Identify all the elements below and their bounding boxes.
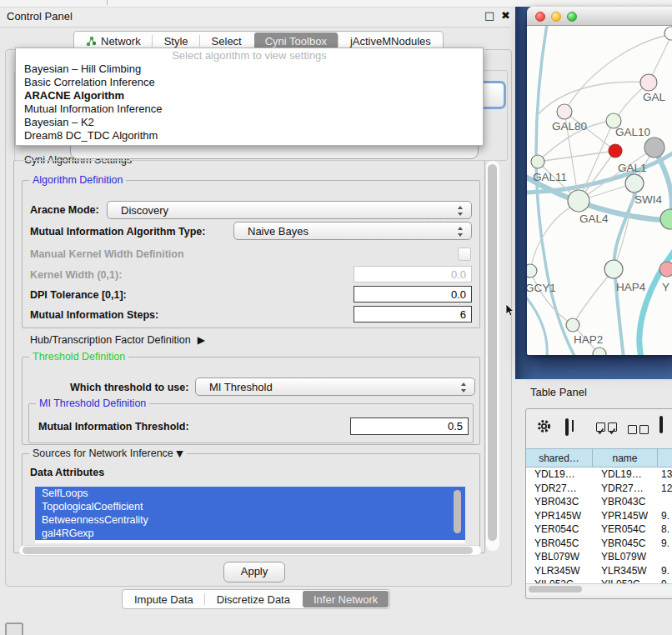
network-window-titlebar[interactable]	[527, 7, 672, 26]
select-all-checkboxes-icon[interactable]	[596, 422, 619, 438]
table-cell: 9.	[658, 537, 672, 551]
dropdown-item-dream8-dc-tdc-algorithm[interactable]: Dream8 DC_TDC Algorithm	[16, 129, 483, 142]
dropdown-item-list: Bayesian – Hill ClimbingBasic Correlatio…	[16, 62, 483, 142]
network-node-y[interactable]	[659, 262, 672, 277]
file-icon[interactable]	[659, 418, 663, 432]
control-panel-titlebar: Control Panel □ ✖	[0, 8, 510, 28]
network-node-gal4[interactable]	[568, 190, 589, 212]
data-attributes-list[interactable]: SelfLoopsTopologicalCoefficientBetweenne…	[35, 487, 465, 543]
dropdown-item-bayesian-hill-climbing[interactable]: Bayesian – Hill Climbing	[16, 62, 483, 76]
control-panel-title: Control Panel	[7, 10, 73, 22]
network-edge[interactable]	[527, 294, 547, 355]
table-row[interactable]: YDL19…YDL19…13	[526, 468, 672, 482]
kernel-width-field[interactable]: 0.0	[354, 266, 472, 282]
network-node-swi4[interactable]	[660, 209, 672, 229]
node-label-gal4: GAL4	[579, 212, 609, 225]
tab-select[interactable]: Select	[201, 32, 253, 49]
hub-definition-label: Hub/Transcription Factor Definition	[30, 334, 191, 346]
mi-threshold-label: Mutual Information Threshold:	[38, 421, 189, 432]
dropdown-item-bayesian-k2[interactable]: Bayesian – K2	[16, 116, 483, 129]
dropdown-item-mutual-information-inference[interactable]: Mutual Information Inference	[16, 102, 483, 116]
which-threshold-combobox[interactable]: MI Threshold	[195, 378, 475, 396]
columns-icon[interactable]	[565, 420, 569, 435]
table-cell: YBR043C	[593, 495, 658, 509]
table-column-header[interactable]: name	[593, 448, 658, 468]
table-cell: 13	[658, 468, 672, 482]
float-window-icon[interactable]: □	[484, 9, 494, 22]
table-hscroll-thumb[interactable]	[529, 586, 582, 592]
deselect-all-checkboxes-icon[interactable]	[628, 422, 651, 438]
dpi-tolerance-field[interactable]: 0.0	[354, 286, 472, 302]
node-label-hap4: HAP4	[616, 281, 646, 293]
dropdown-item-aracne-algorithm[interactable]: ARACNE Algorithm	[16, 89, 483, 102]
network-node-gal80[interactable]	[557, 104, 572, 119]
gear-icon[interactable]	[536, 418, 552, 438]
minimized-panel-icon[interactable]	[5, 622, 23, 635]
network-view-window[interactable]: GALGAL80GAL10GAL1GAL11GAL4SWI4GCY1HAP4YH…	[527, 7, 672, 355]
list-vertical-scrollbar[interactable]	[454, 490, 461, 533]
mi-steps-field[interactable]: 6	[354, 306, 472, 322]
dropdown-item-basic-correlation-inference[interactable]: Basic Correlation Inference	[16, 76, 483, 89]
table-row[interactable]: YBR043CYBR043C	[526, 495, 672, 509]
vertical-scroll-thumb[interactable]	[488, 164, 497, 541]
network-edge[interactable]	[538, 151, 615, 162]
attribute-item-gal4rgexp[interactable]: gal4RGexp	[35, 527, 465, 540]
tab-network[interactable]: Network	[75, 32, 152, 49]
network-node-gal1[interactable]	[625, 174, 644, 192]
network-node-hap2[interactable]	[566, 318, 579, 332]
table-row[interactable]: YIL052CYIL052C9	[526, 578, 672, 583]
table-row[interactable]: YPR145WYPR145W9.	[526, 509, 672, 523]
network-node[interactable]	[664, 27, 672, 40]
table-cell: 12	[658, 482, 672, 496]
mi-algorithm-type-value: Naive Bayes	[248, 225, 308, 238]
table-row[interactable]: YLR345WYLR345W9.	[526, 564, 672, 578]
close-traffic-light-icon[interactable]	[535, 12, 545, 22]
mi-algorithm-type-combobox[interactable]: Naive Bayes	[233, 222, 472, 240]
node-label-gal1: GAL1	[618, 162, 647, 174]
table-row[interactable]: YDR27…YDR27…12	[526, 482, 672, 496]
close-panel-icon[interactable]: ✖	[501, 9, 510, 22]
tab-discretize-data[interactable]: Discretize Data	[206, 591, 301, 608]
aracne-mode-combobox[interactable]: Discovery	[107, 201, 472, 219]
table-column-header[interactable]: shared…	[526, 448, 593, 468]
minimize-traffic-light-icon[interactable]	[551, 12, 561, 22]
table-row[interactable]: YBL079WYBL079W	[526, 550, 672, 564]
manual-kernel-width-checkbox[interactable]	[458, 248, 471, 261]
settings-horizontal-scrollbar[interactable]	[18, 545, 482, 556]
table-horizontal-scrollbar[interactable]	[526, 583, 672, 595]
network-node-gal[interactable]	[640, 74, 657, 91]
apply-button[interactable]: Apply	[223, 562, 285, 582]
network-node-gal11[interactable]	[531, 155, 544, 168]
table-cell: YDR27…	[593, 482, 658, 496]
tab-label: Cyni Toolbox	[265, 35, 327, 48]
which-threshold-label: Which threshold to use:	[70, 382, 188, 393]
mi-threshold-field[interactable]: 0.5	[350, 418, 469, 435]
network-node[interactable]	[609, 144, 622, 158]
tab-impute-data[interactable]: Impute Data	[123, 591, 204, 608]
hub-definition-disclosure[interactable]: Hub/Transcription Factor Definition▶	[30, 334, 205, 346]
node-label-gal11: GAL11	[533, 171, 567, 183]
table-cell: YDR27…	[526, 482, 593, 496]
tab-cyni-toolbox[interactable]: Cyni Toolbox	[254, 32, 338, 49]
tab-style[interactable]: Style	[153, 32, 199, 49]
attribute-item-selfloops[interactable]: SelfLoops	[35, 487, 465, 500]
attribute-item-betweennesscentrality[interactable]: BetweennessCentrality	[35, 513, 465, 527]
tab-jactivemnodules[interactable]: jActiveMNodules	[339, 32, 442, 49]
network-edge[interactable]	[530, 204, 575, 271]
table-cell: YIL052C	[526, 578, 593, 583]
sources-group-title[interactable]: Sources for Network Inference ▼	[29, 448, 187, 459]
table-column-header[interactable]	[658, 448, 672, 468]
data-attributes-label: Data Attributes	[30, 467, 104, 478]
table-row[interactable]: YER054CYER054C8.	[526, 522, 672, 537]
network-node-gcy1[interactable]	[527, 264, 537, 278]
tab-infer-network[interactable]: Infer Network	[303, 591, 389, 608]
network-node[interactable]	[644, 138, 664, 158]
network-node-hap4[interactable]	[604, 260, 623, 278]
zoom-traffic-light-icon[interactable]	[567, 12, 577, 22]
settings-vertical-scrollbar[interactable]	[485, 161, 499, 551]
table-row[interactable]: YBR045CYBR045C9.	[526, 537, 672, 551]
network-canvas[interactable]: GALGAL80GAL10GAL1GAL11GAL4SWI4GCY1HAP4YH…	[527, 26, 672, 355]
attribute-item-topologicalcoefficient[interactable]: TopologicalCoefficient	[35, 500, 465, 513]
network-edge[interactable]	[573, 269, 614, 325]
horizontal-scroll-thumb[interactable]	[23, 547, 473, 554]
